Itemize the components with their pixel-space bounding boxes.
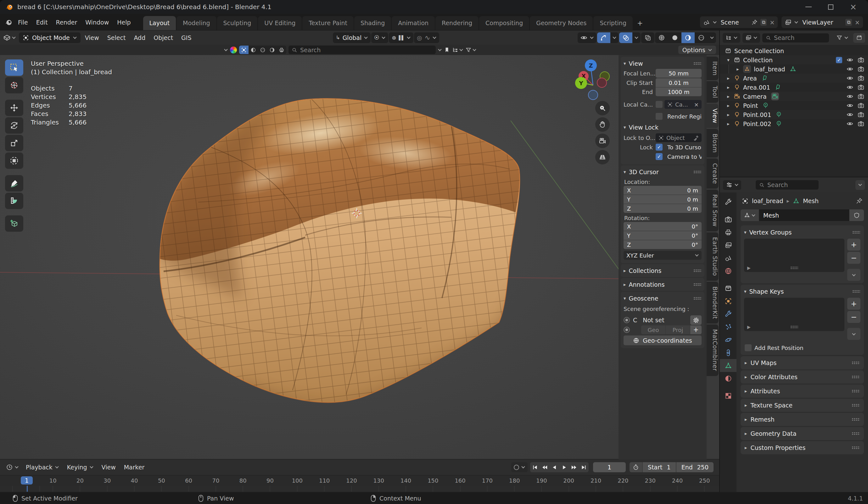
add-shape-key-button[interactable]: + bbox=[847, 298, 860, 310]
tool-rotate[interactable] bbox=[5, 117, 23, 134]
tab-material[interactable] bbox=[720, 372, 736, 385]
mode-dropdown[interactable]: Object Mode bbox=[19, 32, 81, 43]
current-frame-indicator[interactable]: 1 bbox=[21, 476, 33, 484]
sidebar-tab-create[interactable]: Create bbox=[706, 158, 719, 189]
outliner-row-collection[interactable]: ▾ Collection ✓ bbox=[720, 55, 868, 64]
gizmo-dropdown[interactable] bbox=[610, 32, 619, 43]
timeline-track[interactable] bbox=[0, 486, 719, 492]
tool-transform[interactable] bbox=[5, 153, 23, 169]
menu-file[interactable]: File bbox=[14, 19, 32, 26]
breadcrumb-data[interactable]: Mesh bbox=[803, 198, 819, 204]
mesh-name-input[interactable]: Mesh bbox=[759, 209, 849, 221]
shading-rendered-button[interactable] bbox=[695, 32, 708, 43]
workspace-tab-rendering[interactable]: Rendering bbox=[435, 16, 478, 31]
outliner-row-point-002[interactable]: ▸ Point.002 bbox=[720, 119, 868, 128]
editor-type-button[interactable] bbox=[3, 34, 16, 42]
render-visibility-icon[interactable] bbox=[858, 93, 864, 100]
cursor-loc-x[interactable]: X0 m bbox=[623, 186, 702, 195]
panel-grip[interactable] bbox=[852, 432, 860, 435]
projection-radio[interactable] bbox=[623, 327, 630, 333]
workspace-tab-sculpting[interactable]: Sculpting bbox=[217, 16, 258, 31]
proportional-editing-controls[interactable]: ◎∿ bbox=[414, 32, 439, 43]
add-vertex-group-button[interactable]: + bbox=[847, 239, 860, 251]
hide-eye-icon[interactable] bbox=[847, 93, 853, 100]
tool-add-cube[interactable] bbox=[5, 216, 23, 232]
hide-eye-icon[interactable] bbox=[847, 66, 853, 72]
close-button[interactable]: × bbox=[850, 4, 857, 10]
render-visibility-icon[interactable] bbox=[858, 56, 864, 63]
playback-menu[interactable]: Playback bbox=[22, 464, 63, 471]
tab-texture[interactable] bbox=[720, 389, 736, 402]
cursor-rot-z[interactable]: Z0° bbox=[623, 240, 702, 249]
scene-selector[interactable]: Scene ⧉ × bbox=[700, 16, 778, 28]
expand-icon[interactable]: ▸ bbox=[725, 94, 732, 99]
outliner-row-point-001[interactable]: ▸ Point.001 bbox=[720, 110, 868, 119]
mesh-id-dropdown[interactable] bbox=[741, 209, 759, 221]
outliner-row-loaf-bread[interactable]: ▸ loaf_bread bbox=[720, 64, 868, 74]
remove-vertex-group-button[interactable]: − bbox=[847, 252, 860, 264]
geo-button[interactable]: Geo bbox=[641, 325, 665, 334]
fake-user-button[interactable] bbox=[849, 209, 864, 221]
view-menu[interactable]: View bbox=[98, 464, 120, 471]
timeline-editor-type[interactable] bbox=[3, 462, 21, 472]
tool-color-icon[interactable] bbox=[230, 46, 237, 53]
area-light-data-icon[interactable] bbox=[775, 84, 781, 91]
panel-grip[interactable] bbox=[693, 170, 702, 174]
geo-coordinates-button[interactable]: Geo-coordinates bbox=[623, 335, 702, 345]
workspace-tab-animation[interactable]: Animation bbox=[392, 16, 435, 31]
panel-view-lock-header[interactable]: ▾View Lock bbox=[623, 122, 702, 133]
render-region-checkbox[interactable] bbox=[655, 113, 663, 120]
falloff-icon[interactable]: ∿ bbox=[425, 34, 430, 42]
marker-menu[interactable]: Marker bbox=[120, 464, 148, 471]
add-workspace-button[interactable]: + bbox=[633, 16, 647, 31]
point-light-data-icon[interactable] bbox=[775, 111, 782, 118]
hide-eye-icon[interactable] bbox=[847, 56, 853, 63]
outliner-filter-button[interactable] bbox=[834, 33, 851, 43]
cursor-loc-z[interactable]: Z0 m bbox=[623, 204, 702, 213]
vertex-groups-list[interactable]: ▶ bbox=[744, 239, 844, 272]
workspace-tab-geometry-nodes[interactable]: Geometry Nodes bbox=[530, 16, 593, 31]
local-camera-checkbox[interactable] bbox=[655, 101, 663, 108]
select-extend-button[interactable] bbox=[249, 45, 258, 54]
proj-button[interactable]: Proj bbox=[666, 325, 690, 334]
properties-collapsed-panel[interactable]: ▸ Custom Properties bbox=[741, 441, 864, 454]
sidebar-tab-blenderkit[interactable]: BlenderKit bbox=[706, 282, 719, 324]
render-visibility-icon[interactable] bbox=[858, 102, 864, 109]
tab-output[interactable] bbox=[720, 226, 736, 239]
shape-key-specials-button[interactable] bbox=[847, 328, 860, 340]
pan-button[interactable] bbox=[595, 117, 610, 132]
start-frame-field[interactable]: Start1 bbox=[643, 462, 676, 472]
properties-collapsed-panel[interactable]: ▸ UV Maps bbox=[741, 356, 864, 369]
current-frame-field[interactable]: 1 bbox=[593, 462, 626, 472]
expand-icon[interactable]: ▾ bbox=[725, 57, 732, 63]
gizmo-axis-y[interactable]: Y bbox=[575, 77, 587, 89]
workspace-tab-texture-paint[interactable]: Texture Paint bbox=[302, 16, 354, 31]
workspace-tab-layout[interactable]: Layout bbox=[143, 16, 176, 31]
properties-options-button[interactable] bbox=[855, 180, 865, 190]
overlays-dropdown[interactable] bbox=[632, 32, 641, 43]
select-set-button[interactable] bbox=[239, 45, 249, 54]
sidebar-tab-blosm[interactable]: Blosm bbox=[706, 129, 719, 158]
tool-measure[interactable] bbox=[5, 193, 23, 209]
viewport-menu-select[interactable]: Select bbox=[104, 34, 130, 41]
sidebar-tab-view[interactable]: View bbox=[706, 104, 719, 128]
render-visibility-icon[interactable] bbox=[858, 120, 864, 127]
expand-icon[interactable]: ▸ bbox=[725, 121, 732, 127]
panel-3d-cursor-header[interactable]: ▾3D Cursor bbox=[623, 167, 702, 177]
viewport-menu-add[interactable]: Add bbox=[130, 34, 149, 41]
viewport-menu-view[interactable]: View bbox=[81, 34, 103, 41]
focal-length-field[interactable]: 50 mm bbox=[655, 69, 702, 78]
play-reverse-button[interactable] bbox=[550, 462, 559, 472]
properties-collapsed-panel[interactable]: ▸ Attributes bbox=[741, 385, 864, 398]
bookmark-icon[interactable] bbox=[444, 47, 450, 53]
select-invert-button[interactable] bbox=[267, 45, 277, 54]
lock-to-3d-cursor-checkbox[interactable]: ✓ bbox=[655, 144, 663, 150]
viewport-search-input[interactable]: Search bbox=[289, 45, 436, 54]
filter-button[interactable] bbox=[465, 47, 476, 53]
sidebar-tab-tool[interactable]: Tool bbox=[706, 81, 719, 103]
tool-move[interactable] bbox=[5, 100, 23, 116]
shading-material-button[interactable] bbox=[681, 32, 695, 43]
viewport-menu-object[interactable]: Object bbox=[150, 34, 177, 41]
shading-wireframe-button[interactable] bbox=[655, 32, 668, 43]
blender-menu-icon[interactable] bbox=[4, 18, 13, 27]
